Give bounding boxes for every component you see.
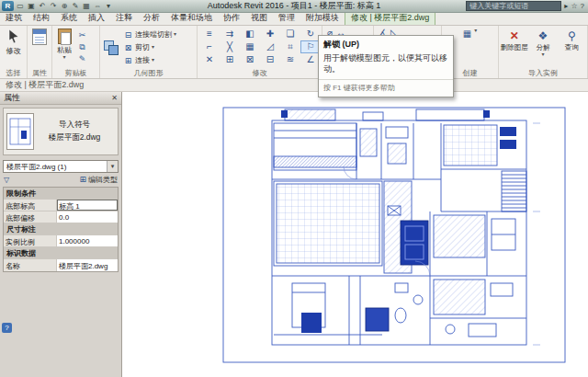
filter-icon[interactable]: ▽	[4, 176, 9, 184]
delete-layers-icon: ✕	[510, 29, 519, 43]
ribbon: 修改 选择 属性 粘贴 ▾ ✂ ⧉ ✎ 剪贴板	[0, 26, 588, 79]
join-button[interactable]: ⊞ 连接 ▾	[123, 54, 176, 66]
modify-tool-grid: ≡ ⇉ ◧ ✚ ❏ ↻ ⌐ ╳ ▦ ◿ ⌗ ⚐ ✕ ⊞ ⊠ ⊟ ≋ ∠	[198, 26, 322, 66]
thumbnail-drawing	[7, 114, 33, 149]
property-value[interactable]: 标高 1	[57, 200, 118, 211]
properties-help-icon[interactable]: ?	[2, 323, 12, 333]
panel-clipboard: 粘贴 ▾ ✂ ⧉ ✎ 剪贴板	[52, 26, 100, 78]
cut-geometry-dropdown-icon[interactable]: ▾	[152, 45, 154, 50]
trim-corner-icon[interactable]: ⊞	[220, 53, 240, 66]
type-selector[interactable]: 楼层平面2.dwg (1) ▾	[3, 160, 119, 173]
property-value[interactable]: 楼层平面2.dwg	[57, 259, 118, 271]
split-element-icon[interactable]: ⊠	[240, 53, 260, 66]
chevron-down-icon[interactable]: ▾	[107, 161, 118, 172]
query-icon: ⚲	[568, 29, 576, 43]
type-preview: 导入符号 楼层平面2.dwg	[3, 108, 119, 155]
section-constraints[interactable]: 限制条件	[4, 188, 118, 200]
app-menu-button[interactable]: R	[2, 1, 14, 11]
explode-button[interactable]: ❖ 分解 ▾	[528, 28, 557, 69]
search-go-icon[interactable]: ▸	[564, 1, 568, 11]
annotate-icon[interactable]: ✎	[71, 1, 80, 11]
revit-window: R ▭ ▣ ↶ ↷ ⊕ ✎ ▦ ⇔ ▾ Autodesk Revit 2016 …	[0, 0, 588, 377]
copy-icon[interactable]: ⧉	[76, 41, 88, 52]
section-dimensions[interactable]: 尺寸标注	[4, 223, 118, 235]
drawing-canvas[interactable]	[123, 92, 588, 377]
window-title: Autodesk Revit 2016 - 项目1 - 楼层平面: 标高 1	[208, 0, 381, 12]
edit-type-row: ▽ ⊞ 编辑类型	[0, 173, 121, 186]
array-icon[interactable]: ▦	[240, 40, 260, 53]
cut-geometry-button[interactable]: ⊠ 剪切 ▾	[123, 41, 176, 53]
mirror-icon[interactable]: ◧	[240, 28, 260, 40]
tooltip-title: 解锁 (UP)	[319, 36, 453, 51]
cursor-arrow-icon	[6, 29, 21, 45]
panel-select-label[interactable]: 选择	[0, 69, 27, 78]
extend-icon[interactable]: ⊟	[260, 53, 280, 66]
align-icon[interactable]: ≡	[199, 28, 220, 40]
coping-dropdown-icon[interactable]: ▾	[174, 32, 176, 37]
property-value[interactable]: 1.000000	[57, 235, 118, 246]
join-dropdown-icon[interactable]: ▾	[152, 58, 154, 63]
delete-icon[interactable]: ✕	[199, 53, 220, 66]
row-instance-scale: 实例比例 1.000000	[4, 235, 118, 247]
main-area: 属性 ✕ 导入符号 楼层平面2.dwg 楼层平面	[0, 92, 588, 377]
scale-icon[interactable]: ◿	[260, 40, 280, 53]
panel-geometry-label: 几何图形	[100, 69, 197, 78]
create-group-icon[interactable]: ▦	[463, 29, 471, 39]
match-type-icon[interactable]: ✎	[76, 53, 88, 64]
copy-tool-icon[interactable]: ❏	[280, 28, 300, 40]
tooltip-unpin: 解锁 (UP) 用于解锁模型图元，以便其可以移动。 按 F1 键获得更多帮助	[318, 35, 454, 97]
type-selector-value: 楼层平面2.dwg (1)	[6, 162, 66, 172]
panel-modify-tools: ≡ ⇉ ◧ ✚ ❏ ↻ ⌐ ╳ ▦ ◿ ⌗ ⚐ ✕ ⊞ ⊠ ⊟ ≋ ∠ 修改	[198, 26, 322, 78]
panel-clipboard-label: 剪贴板	[52, 69, 99, 78]
favorites-icon[interactable]: ☆	[571, 1, 577, 11]
redo-icon[interactable]: ↷	[49, 1, 58, 11]
help-icon[interactable]: ?	[581, 1, 584, 11]
title-bar-right: ▸ ☆ ?	[466, 1, 588, 11]
trim-icon[interactable]: ⌐	[199, 40, 220, 53]
property-value[interactable]: 0.0	[57, 211, 118, 223]
view-grid-icon[interactable]: ▦	[82, 1, 91, 11]
query-label: 查询	[565, 43, 579, 52]
floor-plan-drawing[interactable]	[220, 103, 570, 368]
properties-button[interactable]	[28, 26, 51, 45]
properties-palette-header[interactable]: 属性 ✕	[0, 92, 121, 105]
save-icon[interactable]: ▣	[27, 1, 36, 11]
delete-layers-button[interactable]: ✕ 删除图层	[500, 28, 528, 69]
row-base-offset: 底部偏移 0.0	[4, 211, 118, 223]
sync-icon[interactable]: ⊕	[60, 1, 69, 11]
property-grid: 限制条件 底部标高 标高 1 底部偏移 0.0 尺寸标注 实例比例 1.0000…	[3, 187, 119, 272]
panel-import-instance: ✕ 删除图层 ❖ 分解 ▾ ⚲ 查询 导入实例	[499, 26, 588, 78]
switch-windows-icon[interactable]: ⇔	[93, 1, 102, 11]
paste-dropdown-icon[interactable]: ▾	[62, 55, 65, 60]
join-icon: ⊞	[123, 56, 133, 65]
offset-icon[interactable]: ⇉	[220, 28, 240, 40]
query-button[interactable]: ⚲ 查询	[558, 28, 586, 69]
section-title: 尺寸标注	[6, 224, 36, 234]
open-icon[interactable]: ▭	[16, 1, 25, 11]
section-title: 标识数据	[6, 248, 36, 258]
search-input[interactable]	[466, 1, 561, 11]
split-icon[interactable]: ╳	[220, 40, 240, 53]
modify-button[interactable]: 修改	[0, 26, 27, 56]
move-icon[interactable]: ✚	[260, 28, 280, 40]
panel-modify-tools-label: 修改	[198, 69, 322, 78]
row-name: 名称 楼层平面2.dwg	[4, 259, 118, 271]
section-identity-data[interactable]: 标识数据	[4, 247, 118, 259]
coping-button[interactable]: ⊟ 连接端切割 ▾	[123, 29, 176, 40]
properties-icon	[32, 29, 47, 45]
join-geometry-icon	[103, 40, 119, 56]
close-icon[interactable]: ✕	[111, 94, 118, 102]
tooltip-body: 用于解锁模型图元，以便其可以移动。	[319, 51, 453, 80]
edit-type-icon: ⊞	[79, 175, 86, 184]
pin-icon[interactable]: ⌗	[280, 40, 300, 53]
delete-layers-label: 删除图层	[501, 43, 528, 52]
undo-icon[interactable]: ↶	[38, 1, 47, 11]
qat-dropdown-icon[interactable]: ▾	[104, 1, 113, 11]
create-dropdown-icon[interactable]: ▾	[474, 29, 477, 33]
edit-type-button[interactable]: 编辑类型	[88, 175, 118, 185]
properties-palette: 属性 ✕ 导入符号 楼层平面2.dwg 楼层平面	[0, 92, 122, 377]
explode-dropdown-icon[interactable]: ▾	[541, 52, 544, 57]
multi-layer-icon[interactable]: ≋	[280, 53, 300, 66]
coping-label: 连接端切割	[135, 29, 172, 40]
cut-icon[interactable]: ✂	[76, 29, 88, 40]
